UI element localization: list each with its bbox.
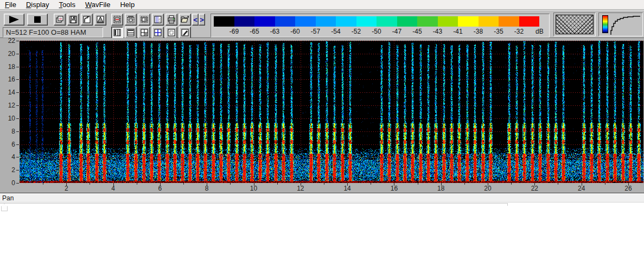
pan-strip: Pan bbox=[0, 194, 644, 203]
legend-tick-label: -32 bbox=[514, 28, 524, 35]
legend-swatch-11 bbox=[438, 16, 458, 27]
x-axis-tick bbox=[137, 183, 137, 185]
next-button-icon: > bbox=[200, 16, 204, 23]
x-axis-tick bbox=[324, 183, 324, 185]
grid-settings-button[interactable]: S bbox=[152, 14, 164, 26]
layout-quad-button[interactable] bbox=[138, 27, 150, 39]
scale-marks-button[interactable] bbox=[125, 14, 137, 26]
edit-button[interactable] bbox=[179, 27, 191, 39]
menu-file[interactable]: File bbox=[0, 0, 21, 10]
y-axis-tick bbox=[16, 183, 19, 184]
x-axis-tick bbox=[418, 183, 418, 185]
layout-quad-cross-button[interactable] bbox=[152, 27, 164, 39]
waveform-overview-panel[interactable] bbox=[553, 12, 596, 36]
legend-tick-label: -54 bbox=[331, 28, 340, 35]
prev-button-icon: < bbox=[193, 16, 197, 23]
legend-swatch-7 bbox=[356, 16, 377, 27]
stop-icon bbox=[29, 15, 46, 24]
x-axis-tick-label: 22 bbox=[531, 185, 538, 192]
next-button[interactable]: > bbox=[199, 14, 205, 26]
transfer-curve-panel[interactable] bbox=[598, 12, 643, 36]
menu-help[interactable]: Help bbox=[115, 0, 139, 10]
legend-swatch-4 bbox=[295, 16, 316, 27]
fill-pattern-button[interactable] bbox=[138, 14, 150, 26]
fft-status-readout: N=512 F=100 O=88 HAM bbox=[3, 27, 103, 37]
y-axis-tick-label: 14 bbox=[0, 89, 15, 96]
y-axis-tick-label: 4 bbox=[0, 153, 15, 161]
db-unit-label: dB bbox=[535, 28, 544, 35]
menu-wavfile[interactable]: WavFile bbox=[80, 0, 115, 10]
curve-button[interactable] bbox=[81, 14, 93, 26]
open-file-button[interactable] bbox=[179, 14, 191, 26]
x-axis-tick-label: 10 bbox=[250, 185, 257, 192]
menu-tools[interactable]: Tools bbox=[54, 0, 80, 10]
legend-tick-label: -45 bbox=[412, 28, 422, 35]
save-button[interactable] bbox=[67, 14, 79, 26]
x-axis-tick-label: 20 bbox=[484, 185, 491, 192]
y-axis-tick bbox=[16, 79, 19, 80]
curve-icon bbox=[82, 15, 91, 24]
select-region-button[interactable] bbox=[111, 14, 123, 26]
y-axis-tick-label: 0 bbox=[0, 179, 15, 187]
prev-button[interactable]: < bbox=[192, 14, 199, 26]
innerbox-icon bbox=[167, 28, 176, 37]
x-axis-tick bbox=[43, 183, 43, 185]
legend-swatch-14 bbox=[499, 16, 519, 27]
region-icon bbox=[113, 15, 122, 24]
layout-rows-button[interactable] bbox=[125, 27, 137, 39]
pages-icon bbox=[55, 15, 64, 24]
gain-curve-icon bbox=[610, 14, 641, 36]
save-icon bbox=[69, 15, 78, 24]
legend-swatch-8 bbox=[377, 16, 397, 27]
legend-tick-label: -38 bbox=[474, 28, 483, 35]
pan-track[interactable] bbox=[0, 203, 508, 204]
x-axis-tick bbox=[230, 183, 231, 185]
copy-pages-button[interactable] bbox=[54, 14, 66, 26]
x-axis-tick bbox=[371, 183, 371, 185]
grid-s-icon: S bbox=[154, 15, 162, 24]
svg-text:S: S bbox=[158, 17, 162, 23]
y-axis-tick bbox=[16, 54, 19, 54]
pan-slider-thumb[interactable] bbox=[1, 204, 8, 211]
print-button[interactable] bbox=[165, 14, 177, 26]
legend-swatch-6 bbox=[336, 16, 356, 27]
pan-label: Pan bbox=[2, 194, 14, 202]
x-axis-tick-label: 8 bbox=[205, 185, 209, 192]
layout-columns-button[interactable] bbox=[111, 27, 123, 39]
app-window: FileDisplayToolsWavFileHelp N=512 F=100 … bbox=[0, 0, 644, 278]
y-axis-tick-label: 22 bbox=[0, 37, 15, 45]
pencil-icon bbox=[181, 28, 189, 37]
legend-tick-label: -50 bbox=[372, 28, 381, 35]
window-peak-button[interactable] bbox=[94, 14, 106, 26]
pan-track-area bbox=[0, 203, 644, 278]
y-axis-tick bbox=[16, 67, 19, 67]
spectrogram-panel: 0246810121416182022246810121416182022242… bbox=[0, 38, 644, 193]
y-axis-tick-label: 10 bbox=[0, 115, 15, 122]
y-axis-tick bbox=[16, 105, 19, 106]
rows-icon bbox=[126, 28, 135, 37]
folder-icon bbox=[181, 15, 189, 24]
x-axis-tick-label: 18 bbox=[437, 185, 444, 192]
y-axis-tick-label: 20 bbox=[0, 50, 15, 58]
stop-button[interactable] bbox=[27, 14, 48, 26]
legend-tick-label: -69 bbox=[229, 28, 239, 35]
spectrogram-plot[interactable] bbox=[20, 41, 643, 183]
toolbar: N=512 F=100 O=88 HAM dB -69-65-63-60-57-… bbox=[0, 10, 644, 38]
y-axis-tick-label: 6 bbox=[0, 141, 15, 148]
legend-swatch-10 bbox=[417, 16, 438, 27]
menu-display[interactable]: Display bbox=[21, 0, 54, 10]
play-button[interactable] bbox=[4, 14, 24, 26]
x-axis-tick-label: 12 bbox=[297, 185, 304, 192]
y-axis-tick-label: 12 bbox=[0, 102, 15, 109]
legend-tick-label: -60 bbox=[290, 28, 299, 35]
quad-icon bbox=[140, 28, 149, 37]
cols-icon bbox=[113, 28, 122, 37]
y-axis-tick-label: 2 bbox=[0, 166, 15, 174]
legend-tick-label: -65 bbox=[250, 28, 259, 35]
legend-tick-label: -43 bbox=[433, 28, 442, 35]
inner-box-button[interactable] bbox=[165, 27, 177, 39]
x-axis-tick bbox=[90, 183, 90, 185]
y-axis-tick bbox=[16, 41, 19, 41]
play-icon bbox=[6, 15, 22, 24]
y-axis-tick bbox=[16, 92, 19, 93]
